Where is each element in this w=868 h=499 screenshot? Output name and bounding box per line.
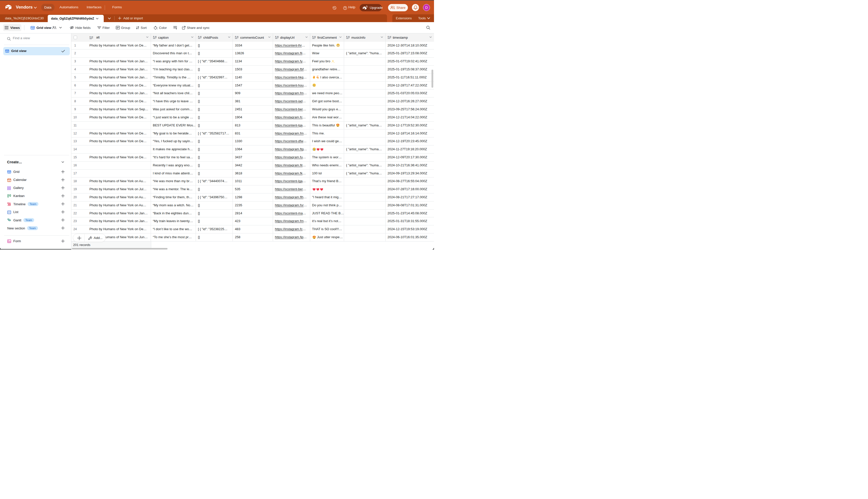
svg-text:A: A xyxy=(235,36,236,38)
svg-text:A: A xyxy=(198,36,199,38)
svg-text:A: A xyxy=(153,36,154,38)
svg-text:31: 31 xyxy=(8,180,10,182)
svg-text:A: A xyxy=(346,36,348,38)
svg-text:A: A xyxy=(275,36,276,38)
svg-text:A: A xyxy=(312,36,314,38)
svg-text:A: A xyxy=(89,36,91,38)
svg-text:A: A xyxy=(387,36,389,38)
